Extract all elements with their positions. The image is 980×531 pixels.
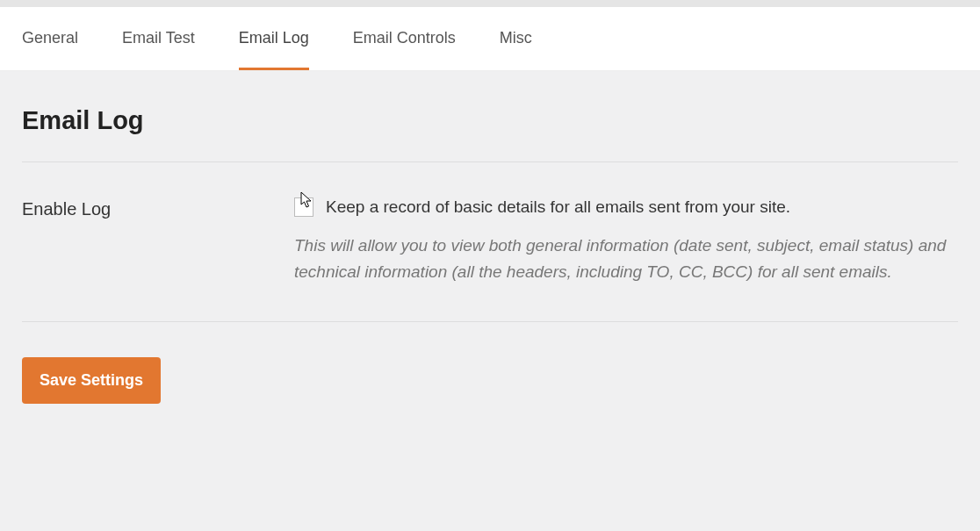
setting-description: This will allow you to view both general…	[294, 233, 958, 286]
top-bar	[0, 0, 980, 7]
button-row: Save Settings	[22, 357, 958, 404]
tab-email-test[interactable]: Email Test	[122, 7, 195, 70]
setting-label-enable-log: Enable Log	[22, 197, 294, 286]
page-title: Email Log	[22, 106, 958, 135]
tab-email-controls[interactable]: Email Controls	[353, 7, 456, 70]
tab-email-log[interactable]: Email Log	[239, 7, 309, 70]
content-area: Email Log Enable Log Keep a record of ba…	[0, 71, 980, 426]
tab-misc[interactable]: Misc	[500, 7, 532, 70]
tab-navigation: General Email Test Email Log Email Contr…	[0, 7, 980, 71]
enable-log-checkbox[interactable]	[294, 197, 313, 217]
setting-control: Keep a record of basic details for all e…	[294, 197, 958, 286]
enable-log-checkbox-label: Keep a record of basic details for all e…	[326, 197, 790, 217]
tab-general[interactable]: General	[22, 7, 78, 70]
setting-enable-log: Enable Log Keep a record of basic detail…	[22, 161, 958, 322]
save-settings-button[interactable]: Save Settings	[22, 357, 161, 404]
checkbox-row: Keep a record of basic details for all e…	[294, 197, 958, 217]
